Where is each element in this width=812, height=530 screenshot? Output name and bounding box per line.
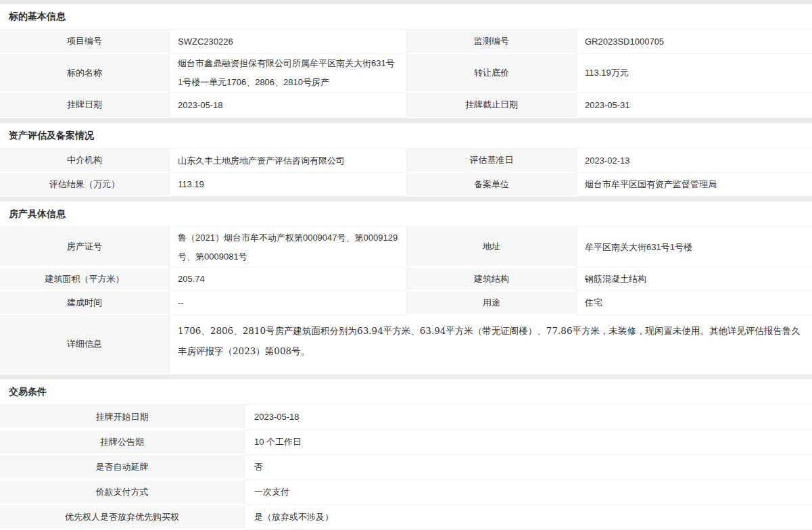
basic-info-table: 项目编号 SWZC230226 监测编号 GR2023SD1000705 标的名… — [0, 30, 812, 118]
detail-info-value: 1706、2806、2810号房产建筑面积分别为63.94平方米、63.94平方… — [170, 315, 812, 375]
property-cert-number-label: 房产证号 — [0, 227, 170, 268]
appraisal-result-value: 113.19 — [170, 173, 406, 197]
section-title-property-detail: 房产具体信息 — [0, 201, 812, 227]
address-label: 地址 — [406, 227, 577, 268]
listing-date-label: 挂牌日期 — [0, 93, 170, 118]
transaction-conditions-table: 挂牌开始日期 2023-05-18 挂牌公告期 10 个工作日 是否自动延牌 否… — [0, 405, 812, 530]
section-title-appraisal: 资产评估及备案情况 — [0, 123, 812, 149]
subject-name-value: 烟台市鑫鼎融资担保有限公司所属牟平区南关大街631号1号楼一单元1706、280… — [170, 54, 406, 93]
transaction-conditions-section: 交易条件 挂牌开始日期 2023-05-18 挂牌公告期 10 个工作日 是否自… — [0, 379, 812, 530]
completion-time-value: -- — [170, 291, 406, 315]
basic-info-section: 标的基本信息 项目编号 SWZC230226 监测编号 GR2023SD1000… — [0, 4, 812, 118]
appraisal-table: 中介机构 山东久丰土地房地产资产评估咨询有限公司 评估基准日 2023-02-1… — [0, 149, 812, 197]
completion-time-label: 建成时间 — [0, 291, 170, 315]
appraisal-base-date-label: 评估基准日 — [406, 149, 577, 173]
project-number-value: SWZC230226 — [170, 30, 406, 54]
payment-method-value: 一次支付 — [245, 480, 812, 505]
building-structure-label: 建筑结构 — [406, 268, 577, 291]
transfer-base-price-value: 113.19万元 — [577, 54, 812, 93]
monitor-number-value: GR2023SD1000705 — [577, 30, 812, 54]
appraisal-base-date-value: 2023-02-13 — [577, 149, 812, 173]
filing-authority-value: 烟台市牟平区国有资产监督管理局 — [577, 173, 812, 197]
appraisal-result-label: 评估结果（万元） — [0, 173, 170, 197]
transfer-base-price-label: 转让底价 — [406, 54, 577, 93]
property-cert-number-value: 鲁（2021）烟台市牟不动产权第0009047号、第0009129号、第0009… — [170, 227, 406, 268]
building-structure-value: 钢筋混凝土结构 — [577, 268, 812, 291]
preemptive-right-waiver-label: 优先权人是否放弃优先购买权 — [0, 505, 245, 530]
monitor-number-label: 监测编号 — [406, 30, 577, 54]
agency-label: 中介机构 — [0, 149, 170, 173]
section-title-basic-info: 标的基本信息 — [0, 4, 812, 30]
property-detail-table: 房产证号 鲁（2021）烟台市牟不动产权第0009047号、第0009129号、… — [0, 227, 812, 375]
subject-name-label: 标的名称 — [0, 54, 170, 93]
listing-start-date-label: 挂牌开始日期 — [0, 405, 245, 430]
building-area-value: 205.74 — [170, 268, 406, 291]
detail-info-label: 详细信息 — [0, 315, 170, 375]
appraisal-section: 资产评估及备案情况 中介机构 山东久丰土地房地产资产评估咨询有限公司 评估基准日… — [0, 123, 812, 197]
listing-deadline-value: 2023-05-31 — [577, 93, 812, 118]
auto-extension-label: 是否自动延牌 — [0, 455, 245, 480]
property-detail-section: 房产具体信息 房产证号 鲁（2021）烟台市牟不动产权第0009047号、第00… — [0, 201, 812, 375]
auto-extension-value: 否 — [245, 455, 812, 480]
address-value: 牟平区南关大街631号1号楼 — [577, 227, 812, 268]
preemptive-right-waiver-value: 是（放弃或不涉及） — [245, 505, 812, 530]
payment-method-label: 价款支付方式 — [0, 480, 245, 505]
agency-value: 山东久丰土地房地产资产评估咨询有限公司 — [170, 149, 406, 173]
announcement-period-label: 挂牌公告期 — [0, 430, 245, 455]
project-number-label: 项目编号 — [0, 30, 170, 54]
announcement-period-value: 10 个工作日 — [245, 430, 812, 455]
section-title-transaction-conditions: 交易条件 — [0, 379, 812, 405]
usage-value: 住宅 — [577, 291, 812, 315]
listing-start-date-value: 2023-05-18 — [245, 405, 812, 430]
filing-authority-label: 备案单位 — [406, 173, 577, 197]
building-area-label: 建筑面积（平方米） — [0, 268, 170, 291]
usage-label: 用途 — [406, 291, 577, 315]
listing-deadline-label: 挂牌截止日期 — [406, 93, 577, 118]
listing-date-value: 2023-05-18 — [170, 93, 406, 118]
